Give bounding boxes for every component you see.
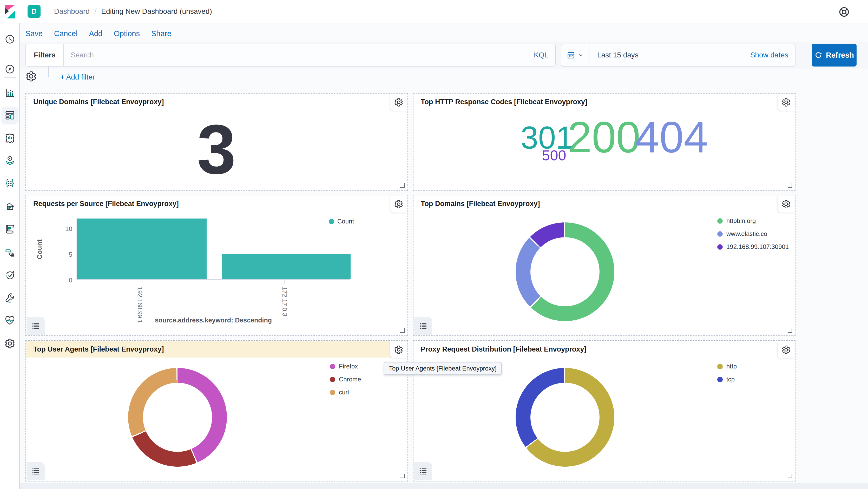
- legend-label: 192.168.99.107:30901: [726, 243, 789, 251]
- show-dates-button[interactable]: Show dates: [744, 44, 795, 66]
- legend-item[interactable]: httpbin.org: [717, 217, 789, 225]
- search-input[interactable]: [64, 44, 527, 66]
- sidebar-item-machine-learning[interactable]: [4, 177, 16, 189]
- legend-label: Chrome: [339, 376, 361, 383]
- sidebar-item-canvas[interactable]: [4, 131, 16, 144]
- breadcrumb-section[interactable]: Dashboard: [54, 7, 90, 15]
- chart-legend: httpbin.org www.elastic.co 192.168.99.10…: [717, 217, 789, 251]
- calendar-menu-button[interactable]: [561, 44, 589, 66]
- legend-dot: [717, 218, 723, 224]
- page-bottom-strip: [20, 483, 868, 489]
- panel-title[interactable]: Top Domains [Filebeat Envoyproxy]: [413, 195, 795, 212]
- legend-item[interactable]: http: [717, 363, 737, 370]
- legend-toggle-button[interactable]: [414, 317, 432, 335]
- refresh-button[interactable]: Refresh: [812, 44, 857, 67]
- tag-404[interactable]: 404: [635, 116, 708, 159]
- resize-handle[interactable]: [788, 474, 793, 478]
- machine-learning-icon: [4, 177, 16, 189]
- panel-title[interactable]: Top User Agents [Filebeat Envoyproxy]: [26, 341, 407, 358]
- kibana-logo-icon[interactable]: [3, 4, 17, 20]
- top-header: D Dashboard / Editing New Dashboard (uns…: [0, 0, 868, 23]
- share-button[interactable]: Share: [151, 29, 171, 38]
- sidebar-item-management[interactable]: [4, 337, 16, 350]
- sidebar-item-metrics[interactable]: [4, 200, 16, 213]
- donut-chart-proxy-distribution[interactable]: [516, 368, 614, 467]
- date-picker-group: Last 15 days Show dates: [561, 44, 796, 67]
- legend-item[interactable]: Chrome: [330, 376, 361, 383]
- breadcrumb-current: Editing New Dashboard (unsaved): [101, 7, 212, 15]
- legend-item[interactable]: Firefox: [330, 363, 361, 370]
- sidebar-item-monitoring[interactable]: [4, 314, 16, 327]
- panel-top-http-response-codes: Top HTTP Response Codes [Filebeat Envoyp…: [413, 93, 796, 191]
- panel-gear-button[interactable]: [778, 196, 795, 213]
- legend-toggle-button[interactable]: [27, 462, 45, 481]
- uptime-check-icon: [4, 269, 16, 281]
- sidebar-item-logs[interactable]: [4, 223, 16, 235]
- panel-gear-button[interactable]: [390, 341, 407, 358]
- kql-toggle-button[interactable]: KQL: [527, 44, 555, 66]
- tag-500[interactable]: 500: [542, 148, 566, 163]
- legend-item[interactable]: www.elastic.co: [717, 230, 789, 237]
- bar-172-17-0-3[interactable]: [222, 254, 350, 280]
- filters-button[interactable]: Filters: [26, 44, 64, 66]
- legend-item[interactable]: 192.168.99.107:30901: [717, 243, 789, 251]
- legend-item-count[interactable]: Count: [329, 218, 354, 225]
- filter-settings-gear-icon[interactable]: [26, 71, 38, 83]
- panel-title[interactable]: Top HTTP Response Codes [Filebeat Envoyp…: [413, 94, 795, 110]
- legend-toggle-button[interactable]: [414, 462, 432, 481]
- resize-handle[interactable]: [788, 328, 793, 333]
- panel-gear-button[interactable]: [390, 94, 407, 111]
- legend-dot: [329, 219, 334, 224]
- donut-chart-top-user-agents[interactable]: [128, 368, 227, 467]
- gear-icon: [394, 98, 403, 107]
- save-button[interactable]: Save: [26, 29, 42, 38]
- legend-item[interactable]: tcp: [717, 376, 737, 383]
- resize-handle[interactable]: [788, 183, 793, 188]
- panel-title[interactable]: Requests per Source [Filebeat Envoyproxy…: [26, 195, 407, 212]
- sidebar-item-visualize[interactable]: [4, 86, 16, 99]
- legend-item[interactable]: curl: [330, 389, 361, 396]
- add-filter-button[interactable]: + Add filter: [60, 73, 95, 81]
- panel-gear-button[interactable]: [778, 94, 795, 111]
- help-icon[interactable]: [838, 6, 850, 18]
- sidebar-item-apm[interactable]: [4, 246, 16, 259]
- legend-label: www.elastic.co: [726, 230, 767, 237]
- y-tick-10: 10: [54, 225, 72, 233]
- sidebar-item-maps[interactable]: [4, 154, 16, 167]
- refresh-icon: [814, 51, 822, 59]
- options-button[interactable]: Options: [114, 29, 140, 38]
- space-avatar[interactable]: D: [28, 5, 40, 18]
- cancel-button[interactable]: Cancel: [54, 29, 78, 38]
- sidebar-item-uptime[interactable]: [4, 269, 16, 282]
- panel-title[interactable]: Proxy Request Distribution [Filebeat Env…: [413, 341, 795, 358]
- sidebar-item-dashboard[interactable]: [4, 109, 16, 121]
- add-button[interactable]: Add: [89, 29, 102, 38]
- tag-200[interactable]: 200: [567, 116, 640, 159]
- sidebar-item-recent[interactable]: [4, 33, 16, 45]
- logs-scroll-icon: [4, 224, 16, 235]
- donut-hole: [143, 383, 212, 452]
- x-tick-mark: [140, 280, 140, 284]
- x-tick-mark: [285, 280, 285, 284]
- sidebar-item-discover[interactable]: [4, 63, 16, 75]
- sidebar-item-dev-tools[interactable]: [4, 292, 16, 304]
- y-tick-0: 0: [54, 277, 72, 284]
- map-layers-icon: [4, 155, 16, 166]
- panel-gear-button[interactable]: [390, 196, 407, 213]
- list-icon: [418, 467, 428, 476]
- kibana-app: D Dashboard / Editing New Dashboard (uns…: [0, 0, 868, 489]
- panel-requests-per-source: Requests per Source [Filebeat Envoyproxy…: [26, 195, 408, 336]
- resize-handle[interactable]: [400, 183, 405, 188]
- filter-connector: [48, 67, 49, 77]
- resize-handle[interactable]: [400, 474, 405, 478]
- time-range-value[interactable]: Last 15 days: [589, 44, 744, 66]
- resize-handle[interactable]: [400, 328, 405, 333]
- filter-connector-dash: [42, 77, 54, 77]
- legend-toggle-button[interactable]: [27, 317, 45, 335]
- panel-title[interactable]: Unique Domains [Filebeat Envoyproxy]: [26, 94, 407, 110]
- panel-gear-button[interactable]: [778, 341, 795, 358]
- y-axis-label: Count: [36, 239, 43, 259]
- donut-chart-top-domains[interactable]: [516, 222, 614, 321]
- list-icon: [31, 321, 40, 330]
- bar-192-168-99-1[interactable]: [77, 219, 207, 279]
